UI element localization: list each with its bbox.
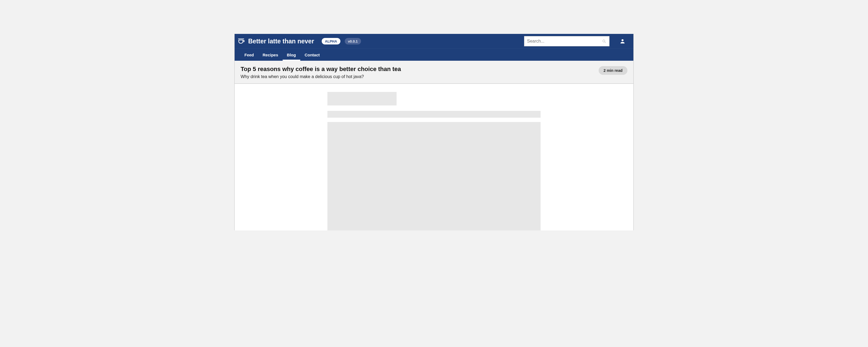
person-icon [620,38,625,44]
read-time-badge: 2 min read [599,66,627,75]
svg-point-1 [603,40,605,42]
skeleton-block [328,122,540,230]
nav-label: Feed [244,53,254,57]
skeleton-heading [328,92,397,105]
article-header-texts: Top 5 reasons why coffee is a way better… [241,66,592,79]
nav-label: Blog [287,53,296,57]
nav-item-feed[interactable]: Feed [240,49,258,61]
article-header: Top 5 reasons why coffee is a way better… [235,61,633,84]
nav-label: Recipes [262,53,278,57]
account-button[interactable] [617,36,628,46]
article-title: Top 5 reasons why coffee is a way better… [241,66,592,73]
header-top-bar: Better latte than never ALPHA v0.0.1 [235,34,633,49]
search-wrap [524,36,610,46]
svg-line-2 [604,42,606,42]
app-title: Better latte than never [248,38,314,45]
svg-point-3 [621,39,623,41]
nav-label: Contact [305,53,320,57]
header-nav: Feed Recipes Blog Contact [235,49,633,61]
skeleton-line [328,111,540,118]
version-badge: v0.0.1 [345,38,361,44]
coffee-cup-icon [238,38,245,45]
nav-item-contact[interactable]: Contact [300,49,324,61]
alpha-badge: ALPHA [322,38,340,44]
app-container: Better latte than never ALPHA v0.0.1 Fee… [235,34,633,230]
article-body [235,84,633,230]
logo-wrap[interactable]: Better latte than never [238,38,314,45]
search-icon[interactable] [601,38,607,44]
nav-item-blog[interactable]: Blog [283,49,300,61]
nav-item-recipes[interactable]: Recipes [258,49,283,61]
content-wrap [328,92,540,230]
article-subtitle: Why drink tea when you could make a deli… [241,74,592,79]
search-input[interactable] [524,36,610,46]
